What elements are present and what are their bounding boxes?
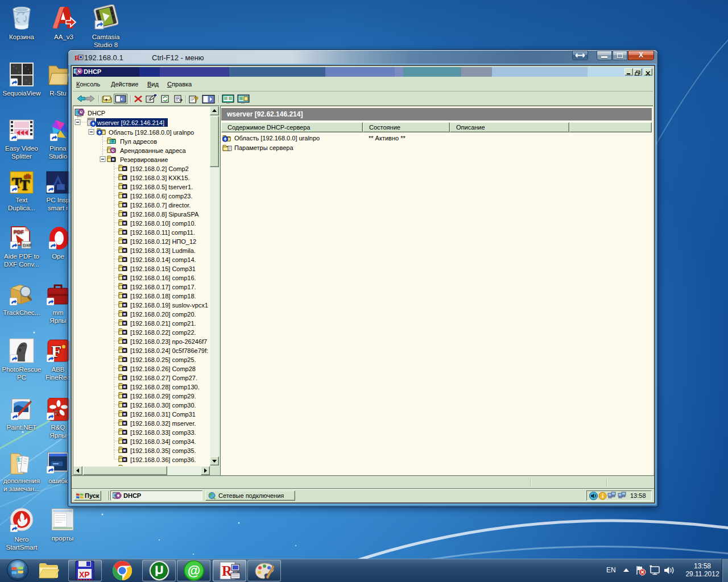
svg-text:[192.168.0.21] comp21.: [192.168.0.21] comp21.: [130, 320, 196, 327]
svg-text:[192.168.0.8] SipuraSPA: [192.168.0.8] SipuraSPA: [130, 211, 199, 218]
svg-text:[192.168.0.30] comp30.: [192.168.0.30] comp30.: [130, 402, 196, 409]
svg-text:R: R: [75, 54, 80, 62]
svg-text:Область [192.168.0.0] uralnpo: Область [192.168.0.0] uralnpo: [109, 129, 194, 136]
svg-text:[192.168.0.28] comp130.: [192.168.0.28] comp130.: [130, 384, 200, 390]
svg-text:Пул адресов: Пул адресов: [120, 138, 157, 145]
svg-text:[192.168.0.24] 0c5f786e79f:: [192.168.0.24] 0c5f786e79f:: [130, 347, 208, 354]
svg-text:[192.168.0.31] Comp31: [192.168.0.31] Comp31: [130, 411, 196, 418]
svg-text:[192.168.0.36] comp36.: [192.168.0.36] comp36.: [130, 456, 196, 463]
svg-text:Арендованные адреса: Арендованные адреса: [120, 147, 187, 154]
svg-text:[192.168.0.26] Comp28: [192.168.0.26] Comp28: [130, 365, 196, 372]
svg-text:Резервирование: Резервирование: [120, 156, 168, 163]
svg-text:[192.168.0.22] comp22.: [192.168.0.22] comp22.: [130, 329, 196, 336]
svg-text:@: @: [188, 563, 200, 578]
svg-text:DHCP: DHCP: [88, 110, 105, 117]
svg-text:[192.168.0.16] comp16.: [192.168.0.16] comp16.: [130, 275, 196, 281]
svg-text:[192.168.0.12] НПО_12: [192.168.0.12] НПО_12: [130, 238, 196, 245]
svg-text:XP: XP: [79, 570, 90, 579]
svg-text:[192.168.0.11] comp11.: [192.168.0.11] comp11.: [130, 229, 195, 236]
svg-text:[192.168.0.18] comp18.: [192.168.0.18] comp18.: [130, 293, 196, 300]
svg-text:[192.168.0.3] KXK15.: [192.168.0.3] KXK15.: [130, 174, 190, 181]
svg-text:[192.168.0.5] tserver1.: [192.168.0.5] tserver1.: [130, 184, 193, 190]
svg-text:[192.168.0.33] comp33.: [192.168.0.33] comp33.: [130, 429, 196, 436]
svg-text:[192.168.0.29] comp29.: [192.168.0.29] comp29.: [130, 393, 196, 400]
svg-text:[192.168.0.17] comp17.: [192.168.0.17] comp17.: [130, 284, 196, 290]
svg-text:[192.168.0.10] comp10.: [192.168.0.10] comp10.: [130, 220, 196, 227]
svg-text:[192.168.0.6] comp23.: [192.168.0.6] comp23.: [130, 193, 192, 199]
svg-text:?: ?: [194, 95, 198, 103]
svg-text:[192.168.0.13] Ludmila.: [192.168.0.13] Ludmila.: [130, 247, 196, 254]
svg-text:[192.168.0.23] npo-26246f7: [192.168.0.23] npo-26246f7: [130, 338, 207, 345]
svg-text:[192.168.0.15] Comp31: [192.168.0.15] Comp31: [130, 265, 196, 272]
svg-text:wserver [92.62.146.214]: wserver [92.62.146.214]: [97, 119, 164, 126]
svg-text:R: R: [53, 408, 59, 417]
svg-text:dk: dk: [24, 173, 32, 180]
svg-text:[192.168.0.32] mserver.: [192.168.0.32] mserver.: [130, 420, 196, 427]
svg-text:[192.168.0.34] comp34.: [192.168.0.34] comp34.: [130, 438, 196, 445]
svg-text:[192.168.0.19] suslov-vpcx1: [192.168.0.19] suslov-vpcx1: [130, 302, 208, 309]
svg-text:[192.168.0.14] comp14.: [192.168.0.14] comp14.: [130, 256, 196, 263]
svg-text:[192.168.0.2] Comp2: [192.168.0.2] Comp2: [130, 165, 189, 172]
svg-text:DXF: DXF: [23, 243, 32, 248]
svg-text:[192.168.0.27] Comp27.: [192.168.0.27] Comp27.: [130, 375, 197, 381]
svg-text:[192.168.0.7] director.: [192.168.0.7] director.: [130, 202, 191, 209]
svg-text:[192.168.0.20] comp20.: [192.168.0.20] comp20.: [130, 311, 196, 318]
svg-text:[192.168.0.25] comp25.: [192.168.0.25] comp25.: [130, 356, 196, 363]
svg-text:[192.168.0.35] comp35.: [192.168.0.35] comp35.: [130, 447, 196, 454]
svg-text:PDF: PDF: [14, 229, 24, 235]
